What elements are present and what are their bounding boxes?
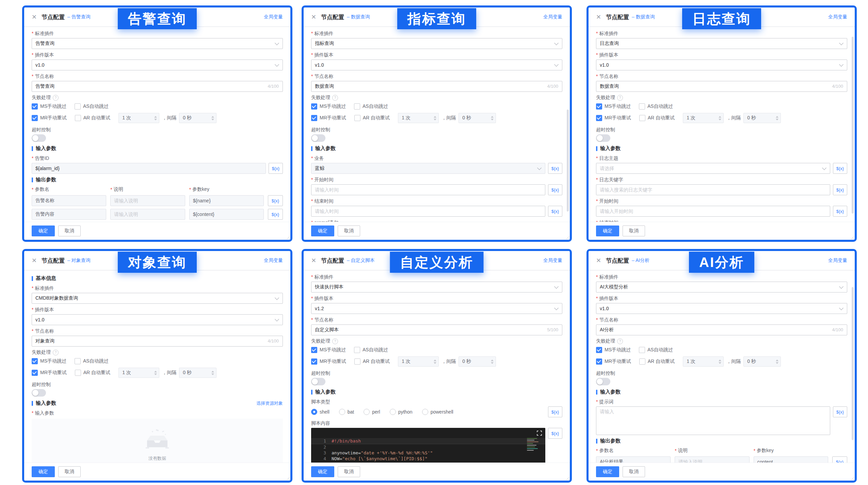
checkbox[interactable] <box>311 358 317 365</box>
checkbox[interactable] <box>354 358 360 365</box>
number-stepper[interactable]: 1 次 <box>118 113 159 123</box>
scrollbar-thumb[interactable] <box>852 287 854 440</box>
output-cell-input[interactable] <box>189 209 264 220</box>
global-variables-link[interactable]: 全局变量 <box>543 14 562 20</box>
confirm-button[interactable]: 确定 <box>311 225 334 236</box>
cancel-button[interactable]: 取消 <box>58 466 81 477</box>
confirm-button[interactable]: 确定 <box>32 225 55 236</box>
stepper-arrows[interactable] <box>154 371 157 375</box>
checkbox[interactable] <box>311 103 317 110</box>
checkbox[interactable] <box>596 347 602 353</box>
checkbox[interactable] <box>32 358 38 364</box>
checkbox[interactable] <box>596 358 602 365</box>
stepper-arrows[interactable] <box>434 116 436 120</box>
checkbox[interactable] <box>596 103 602 110</box>
output-cell-input[interactable] <box>32 209 106 220</box>
checkbox[interactable] <box>75 115 81 121</box>
insert-variable-button[interactable]: ${x} <box>269 163 283 174</box>
select-input[interactable] <box>596 60 847 70</box>
insert-variable-button[interactable]: ${x} <box>548 406 562 417</box>
select-input[interactable] <box>311 60 562 70</box>
stepper-arrows[interactable] <box>776 359 778 364</box>
stepper-arrows[interactable] <box>491 116 494 120</box>
number-stepper[interactable]: 1 次 <box>683 356 724 367</box>
stepper-arrows[interactable] <box>154 116 157 120</box>
insert-variable-button[interactable]: ${x} <box>548 206 562 217</box>
text-input[interactable] <box>596 81 847 92</box>
global-variables-link[interactable]: 全局变量 <box>264 14 283 20</box>
cancel-button[interactable]: 取消 <box>338 466 360 477</box>
stepper-arrows[interactable] <box>211 371 214 375</box>
output-cell-input[interactable] <box>110 195 185 206</box>
insert-variable-button[interactable]: ${x} <box>833 406 847 417</box>
number-stepper[interactable]: 1 次 <box>398 356 439 367</box>
checkbox[interactable] <box>32 103 38 110</box>
global-variables-link[interactable]: 全局变量 <box>264 257 283 264</box>
text-input[interactable] <box>311 184 545 195</box>
insert-variable-button[interactable]: ${x} <box>548 428 562 439</box>
select-input[interactable] <box>32 293 283 304</box>
timeout-toggle[interactable] <box>596 378 610 385</box>
close-icon[interactable]: ✕ <box>596 257 601 264</box>
insert-variable-button[interactable]: ${x} <box>833 206 847 217</box>
select-input[interactable] <box>311 282 562 292</box>
text-input[interactable] <box>311 324 562 335</box>
number-stepper[interactable]: 1 次 <box>118 368 159 378</box>
close-icon[interactable]: ✕ <box>311 257 316 264</box>
insert-variable-button[interactable]: ${x} <box>548 184 562 195</box>
global-variables-link[interactable]: 全局变量 <box>828 257 847 264</box>
insert-variable-button[interactable]: ${x} <box>833 163 847 174</box>
checkbox[interactable] <box>311 115 317 121</box>
global-variables-link[interactable]: 全局变量 <box>828 14 847 20</box>
close-icon[interactable]: ✕ <box>32 14 37 20</box>
checkbox[interactable] <box>639 103 645 110</box>
radio-python[interactable] <box>390 409 396 415</box>
close-icon[interactable]: ✕ <box>32 257 37 264</box>
output-cell-input[interactable] <box>32 195 106 206</box>
cancel-button[interactable]: 取消 <box>623 225 645 236</box>
confirm-button[interactable]: 确定 <box>311 466 334 477</box>
checkbox[interactable] <box>32 370 38 376</box>
select-input[interactable] <box>596 163 830 174</box>
checkbox[interactable] <box>639 358 645 365</box>
number-stepper[interactable]: 0 秒 <box>743 356 781 367</box>
select-input[interactable] <box>311 303 562 314</box>
checkbox[interactable] <box>354 103 360 110</box>
text-input[interactable] <box>32 163 266 174</box>
select-input[interactable] <box>596 282 847 292</box>
output-cell-input[interactable] <box>189 195 264 206</box>
radio-shell[interactable] <box>311 409 317 415</box>
global-variables-link[interactable]: 全局变量 <box>543 257 562 264</box>
cancel-button[interactable]: 取消 <box>623 466 645 477</box>
stepper-arrows[interactable] <box>776 116 778 120</box>
select-input[interactable] <box>311 38 562 49</box>
timeout-toggle[interactable] <box>311 378 325 385</box>
radio-perl[interactable] <box>364 409 370 415</box>
text-input[interactable] <box>311 206 545 217</box>
checkbox[interactable] <box>639 347 645 353</box>
text-input[interactable] <box>311 81 562 92</box>
number-stepper[interactable]: 1 次 <box>398 113 439 123</box>
checkbox[interactable] <box>75 103 81 110</box>
select-input[interactable] <box>32 38 283 49</box>
timeout-toggle[interactable] <box>32 389 46 397</box>
checkbox[interactable] <box>311 347 317 353</box>
select-input[interactable] <box>32 314 283 325</box>
stepper-arrows[interactable] <box>491 359 494 364</box>
text-input[interactable] <box>596 206 830 217</box>
text-input[interactable] <box>596 184 830 195</box>
checkbox[interactable] <box>75 358 81 364</box>
insert-variable-button[interactable]: ${x} <box>548 163 562 174</box>
select-input[interactable] <box>596 38 847 49</box>
select-input[interactable] <box>596 303 847 314</box>
text-input[interactable] <box>32 81 283 92</box>
radio-bat[interactable] <box>339 409 345 415</box>
checkbox[interactable] <box>354 347 360 353</box>
close-icon[interactable]: ✕ <box>311 14 316 20</box>
select-input[interactable] <box>311 163 545 174</box>
checkbox[interactable] <box>32 115 38 121</box>
checkbox[interactable] <box>354 115 360 121</box>
timeout-toggle[interactable] <box>311 134 325 142</box>
confirm-button[interactable]: 确定 <box>596 466 619 477</box>
stepper-arrows[interactable] <box>434 359 436 364</box>
